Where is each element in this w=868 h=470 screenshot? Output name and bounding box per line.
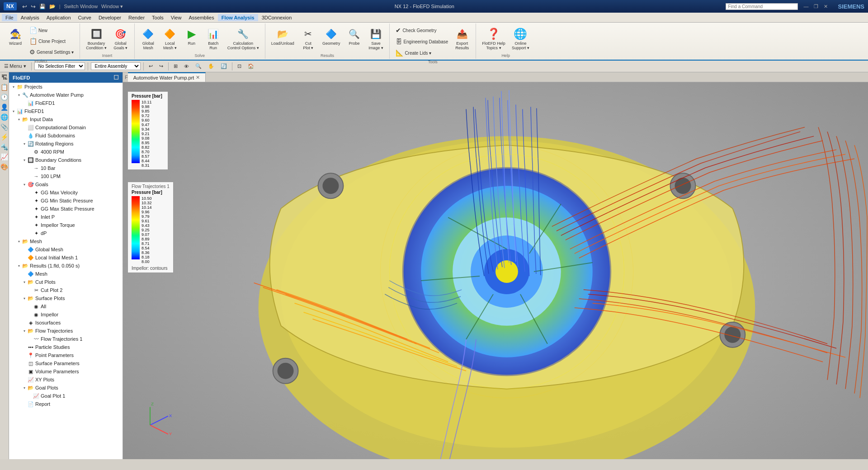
menu-assemblies[interactable]: Assemblies (185, 14, 217, 21)
tree-expander[interactable] (22, 247, 27, 252)
color-btn[interactable]: 🎨 (0, 163, 9, 171)
quick-access-undo[interactable]: ↩ (22, 3, 27, 10)
manufacturing-btn[interactable]: 🔩 (0, 143, 9, 151)
menu-3dconnexion[interactable]: 3DConnexion (258, 14, 296, 21)
tree-item[interactable]: 📍Point Parameters (9, 351, 123, 359)
tree-expander[interactable] (22, 133, 27, 138)
tree-expander[interactable] (27, 336, 33, 342)
tree-item[interactable]: ▾📊FloEFD1 (9, 107, 123, 115)
tree-item[interactable]: ▣Volume Parameters (9, 367, 123, 376)
tree-expander[interactable] (22, 377, 27, 382)
tree-expander[interactable] (22, 361, 27, 366)
view-btn[interactable]: 👁 (182, 62, 191, 70)
tree-expander[interactable] (27, 165, 33, 171)
tree-item[interactable]: 〰Flow Trajectories 1 (9, 335, 123, 343)
tree-item[interactable]: ✦Impellor Torque (9, 221, 123, 229)
tree-item[interactable]: 📄Report (9, 400, 123, 408)
tree-expander[interactable] (27, 174, 33, 179)
tree-expander[interactable]: ▾ (11, 108, 16, 114)
general-settings-btn[interactable]: ⚙ General Settings ▾ (27, 47, 76, 57)
tree-item[interactable]: ✦GG Max Static Pressure (9, 205, 123, 213)
zoom-btn[interactable]: 🔍 (193, 62, 204, 70)
tree-expander[interactable] (22, 369, 27, 374)
global-mesh-btn[interactable]: 🔷 Global Mesh (138, 25, 158, 52)
tree-expander[interactable]: ▾ (22, 157, 27, 163)
tree-item[interactable]: ▾🔧Automotive Water Pump (9, 91, 123, 99)
probe-btn[interactable]: 🔍 Probe (344, 25, 364, 47)
tree-expander[interactable] (27, 230, 33, 236)
analysis-icon-btn[interactable]: 📈 (0, 153, 9, 161)
tree-expander[interactable] (27, 287, 33, 293)
tree-expander[interactable] (27, 214, 33, 220)
tree-expander[interactable] (27, 206, 33, 212)
tree-item[interactable]: ⚙4000 RPM (9, 148, 123, 156)
global-goals-btn[interactable]: 🎯 Global Goals ▾ (111, 25, 131, 52)
tree-item[interactable]: ▾📂Cut Plots (9, 278, 123, 286)
process-studio-btn[interactable]: ⚡ (0, 133, 9, 141)
snap-btn[interactable]: ⊞ (171, 62, 180, 70)
tree-item[interactable]: ◉Impellor (9, 310, 123, 319)
engineering-db-btn[interactable]: 🗄 Engineering Database (393, 37, 450, 47)
tree-expander[interactable]: ▾ (22, 182, 27, 187)
close-btn[interactable]: ✕ (824, 4, 828, 9)
menu-developer[interactable]: Developer (95, 14, 125, 21)
tree-expander[interactable]: ▾ (22, 328, 27, 334)
tree-item[interactable]: ▾📂Flow Trajectories (9, 327, 123, 335)
tree-expander[interactable]: ▾ (22, 279, 27, 285)
tree-expander[interactable] (27, 304, 33, 309)
tree-item[interactable]: 📊FloEFD1 (9, 99, 123, 107)
menu-view[interactable]: View (167, 14, 185, 21)
window-menu-btn[interactable]: Window ▾ (101, 4, 123, 9)
tree-item[interactable]: ▾🎯Goals (9, 180, 123, 188)
tree-expander[interactable] (22, 320, 27, 325)
tree-container[interactable]: ▾📁Projects▾🔧Automotive Water Pump📊FloEFD… (9, 83, 123, 459)
tree-expander[interactable] (22, 352, 27, 358)
part-nav-btn[interactable]: 📋 (0, 83, 9, 91)
history-btn[interactable]: 🕐 (0, 93, 9, 101)
menu-curve[interactable]: Curve (75, 14, 95, 21)
tree-item[interactable]: ✦GG Min Static Pressure (9, 197, 123, 205)
quick-access-open[interactable]: 📂 (49, 4, 56, 9)
export-results-btn[interactable]: 📤 Export Results (452, 25, 472, 52)
tree-item[interactable]: 📈XY Plots (9, 376, 123, 384)
selection-filter-dropdown[interactable]: No Selection Filter (34, 62, 85, 70)
tree-item[interactable]: ▾📂Mesh (9, 237, 123, 245)
tree-expander[interactable] (22, 401, 27, 407)
roles-btn[interactable]: 👤 (0, 103, 9, 111)
pan-btn[interactable]: ✋ (206, 62, 217, 70)
switch-window-btn[interactable]: Switch Window (64, 4, 98, 9)
save-image-btn[interactable]: 💾 Save Image ▾ (366, 25, 386, 52)
tree-expander[interactable]: ▾ (11, 84, 16, 89)
tree-item[interactable]: 🔷Global Mesh (9, 245, 123, 254)
quick-access-redo[interactable]: ↪ (31, 3, 36, 10)
orient-btn[interactable]: 🏠 (245, 62, 256, 70)
tree-item[interactable]: ✦GG Max Velocity (9, 188, 123, 197)
tree-expander[interactable] (27, 222, 33, 228)
tree-expander[interactable] (27, 149, 33, 155)
tree-item[interactable]: ▾📂Input Data (9, 115, 123, 123)
fit-btn[interactable]: ⊡ (235, 62, 244, 70)
tree-item[interactable]: ▾📂Surface Plots (9, 294, 123, 302)
tree-expander[interactable] (22, 255, 27, 260)
tree-item[interactable]: 💧Fluid Subdomains (9, 132, 123, 140)
tree-expander[interactable] (22, 100, 27, 106)
tree-item[interactable]: ▾📁Projects (9, 83, 123, 91)
geometry-btn[interactable]: 🔷 Geometry (320, 25, 343, 47)
tree-expander[interactable]: ▾ (22, 296, 27, 301)
viewport-canvas[interactable]: X Y Z Pressure [bar] 10.11 9.98 9.85 9.7… (123, 82, 868, 459)
check-geometry-btn[interactable]: ✔ Check Geometry (393, 25, 450, 35)
calc-control-btn[interactable]: 🔧 Calculation Control Options ▾ (225, 25, 261, 52)
sidebar-close-btn[interactable]: ☐ (113, 74, 119, 81)
maximize-btn[interactable]: ❐ (814, 4, 818, 9)
tree-expander[interactable]: ▾ (16, 117, 22, 122)
tree-expander[interactable] (22, 271, 27, 277)
menu-file[interactable]: File (2, 14, 17, 21)
tree-expander[interactable] (27, 393, 33, 399)
tree-item[interactable]: 🔷Mesh (9, 270, 123, 278)
rotate-btn[interactable]: 🔄 (218, 62, 229, 70)
tree-item[interactable]: ▾🔲Boundary Conditions (9, 156, 123, 164)
menu-application[interactable]: Application (43, 14, 75, 21)
tree-item[interactable]: ✦dP (9, 229, 123, 237)
tree-item[interactable]: →10 Bar (9, 164, 123, 172)
tab-close-btn[interactable]: ✕ (196, 75, 200, 80)
